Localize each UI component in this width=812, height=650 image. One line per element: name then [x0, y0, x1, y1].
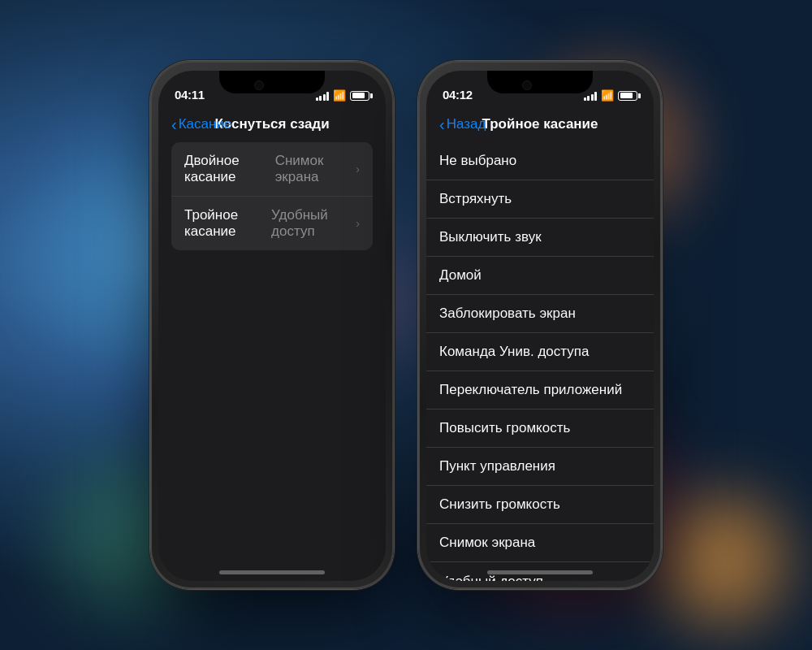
bar-3	[323, 94, 326, 101]
settings-section-1: Двойное касание Снимок экрана › Тройное …	[171, 142, 373, 250]
nav-back-label-1[interactable]: Касание	[179, 116, 232, 132]
bar-5	[584, 98, 586, 101]
menu-item-domoy-label: Домой	[439, 267, 482, 284]
menu-item-pereklyuchatel[interactable]: Переключатель приложений	[426, 371, 654, 410]
row-triple-tap-value-text: Удобный доступ	[271, 207, 352, 240]
menu-item-povysit-label: Повысить громкость	[439, 420, 570, 436]
menu-item-povysit[interactable]: Повысить громкость	[426, 410, 654, 448]
menu-item-ne-vybrano-label: Не выбрано	[439, 153, 516, 169]
iphone-1: 04:11 📶 ‹ К	[150, 61, 394, 589]
iphone-2: 04:12 📶 ‹ Н	[418, 61, 662, 589]
menu-item-zablokirovat-label: Заблокировать экран	[439, 306, 576, 322]
wifi-icon-1: 📶	[333, 89, 346, 102]
signal-bars-1	[316, 91, 330, 101]
menu-item-snizit[interactable]: Снизить громкость	[426, 486, 654, 524]
battery-fill-2	[620, 93, 633, 98]
menu-item-punkt[interactable]: Пункт управления	[426, 448, 654, 486]
front-camera-2	[522, 80, 532, 90]
bar-1	[316, 98, 318, 101]
row-triple-tap-value: Удобный доступ ›	[271, 207, 360, 240]
row-double-tap-value-text: Снимок экрана	[275, 153, 353, 185]
chevron-right-2: ›	[356, 217, 360, 230]
row-triple-tap-label: Тройное касание	[184, 207, 271, 240]
battery-fill-1	[352, 93, 365, 98]
status-icons-2: 📶	[584, 89, 638, 102]
wifi-icon-2: 📶	[601, 89, 614, 102]
row-double-tap-label: Двойное касание	[184, 153, 275, 185]
nav-bar-1: ‹ Касание Коснуться сзади	[158, 106, 386, 142]
home-indicator-1	[219, 570, 325, 574]
bar-4	[326, 92, 329, 101]
iphone-2-screen: 04:12 📶 ‹ Н	[426, 71, 654, 581]
row-triple-tap[interactable]: Тройное касание Удобный доступ ›	[171, 197, 373, 250]
menu-item-snizit-label: Снизить громкость	[439, 496, 560, 513]
notch-1	[219, 71, 325, 93]
menu-list: Не выбрано Встряхнуть Выключить звук Дом…	[426, 142, 654, 581]
nav-bar-2: ‹ Назад Тройное касание	[426, 106, 654, 142]
menu-item-punkt-label: Пункт управления	[439, 458, 555, 474]
row-double-tap[interactable]: Двойное касание Снимок экрана ›	[171, 142, 373, 197]
home-indicator-2	[487, 570, 593, 574]
bar-7	[591, 94, 594, 101]
menu-item-snimok[interactable]: Снимок экрана	[426, 524, 654, 562]
time-2: 04:12	[443, 88, 473, 102]
back-chevron-2: ‹	[439, 116, 445, 132]
nav-back-1[interactable]: ‹ Касание	[171, 116, 231, 132]
bar-6	[587, 96, 590, 101]
battery-icon-1	[350, 91, 369, 101]
menu-item-domoy[interactable]: Домой	[426, 257, 654, 295]
iphone-1-screen: 04:11 📶 ‹ К	[158, 71, 386, 581]
row-double-tap-value: Снимок экрана ›	[275, 153, 360, 185]
phones-container: 04:11 📶 ‹ К	[0, 0, 812, 650]
menu-item-udobnyy-label: Удобный доступ	[439, 574, 543, 581]
menu-item-vstryakhnut-label: Встряхнуть	[439, 191, 512, 207]
settings-list-1: Двойное касание Снимок экрана › Тройное …	[158, 142, 386, 581]
menu-item-pereklyuchatel-label: Переключатель приложений	[439, 382, 622, 398]
back-chevron-1: ‹	[171, 116, 177, 132]
nav-back-2[interactable]: ‹ Назад	[439, 116, 486, 132]
menu-item-vyklyuchit-zvuk-label: Выключить звук	[439, 229, 542, 245]
signal-bars-2	[584, 91, 598, 101]
menu-item-vyklyuchit-zvuk[interactable]: Выключить звук	[426, 219, 654, 257]
nav-title-2: Тройное касание	[482, 116, 598, 132]
menu-item-ne-vybrano[interactable]: Не выбрано	[426, 142, 654, 180]
menu-item-komanda[interactable]: Команда Унив. доступа	[426, 333, 654, 371]
bar-8	[594, 92, 597, 101]
battery-icon-2	[618, 91, 637, 101]
nav-title-1: Коснуться сзади	[214, 116, 329, 132]
menu-item-zablokirovat[interactable]: Заблокировать экран	[426, 295, 654, 333]
menu-item-snimok-label: Снимок экрана	[439, 535, 535, 551]
front-camera-1	[254, 80, 264, 90]
menu-item-komanda-label: Команда Унив. доступа	[439, 344, 589, 360]
notch-2	[487, 71, 593, 93]
status-icons-1: 📶	[316, 89, 370, 102]
nav-back-label-2[interactable]: Назад	[447, 116, 486, 132]
checkmark-udobnyy: ✓	[628, 573, 641, 581]
chevron-right-1: ›	[356, 162, 360, 176]
bar-2	[319, 96, 322, 101]
menu-item-vstryakhnut[interactable]: Встряхнуть	[426, 180, 654, 219]
time-1: 04:11	[175, 88, 205, 102]
